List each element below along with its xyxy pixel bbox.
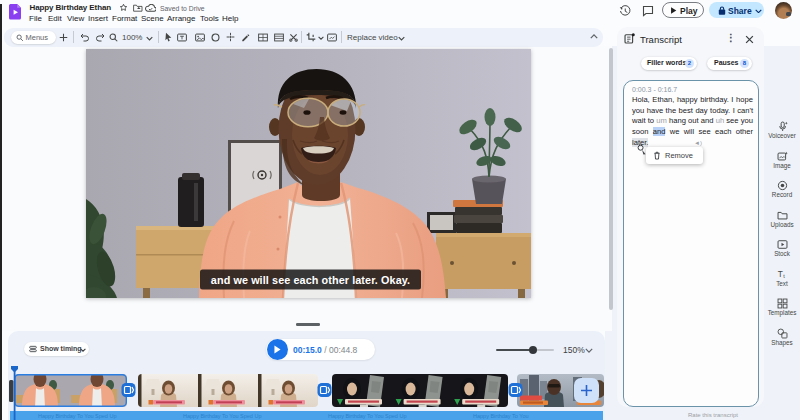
svg-text:Happy Birthday To You Sped Up: Happy Birthday To You Sped Up bbox=[38, 413, 116, 419]
svg-text:Happy Birthday To You Sped Up: Happy Birthday To You Sped Up bbox=[328, 413, 406, 419]
svg-text:Happy Birthday To You Sped Up: Happy Birthday To You Sped Up bbox=[183, 413, 261, 419]
svg-text:and we will see each other lat: and we will see each other later. Okay. bbox=[210, 274, 409, 286]
svg-text:t: t bbox=[783, 272, 785, 278]
svg-text:Happy Birthday To You: Happy Birthday To You bbox=[473, 413, 529, 419]
svg-text:T: T bbox=[777, 270, 782, 279]
